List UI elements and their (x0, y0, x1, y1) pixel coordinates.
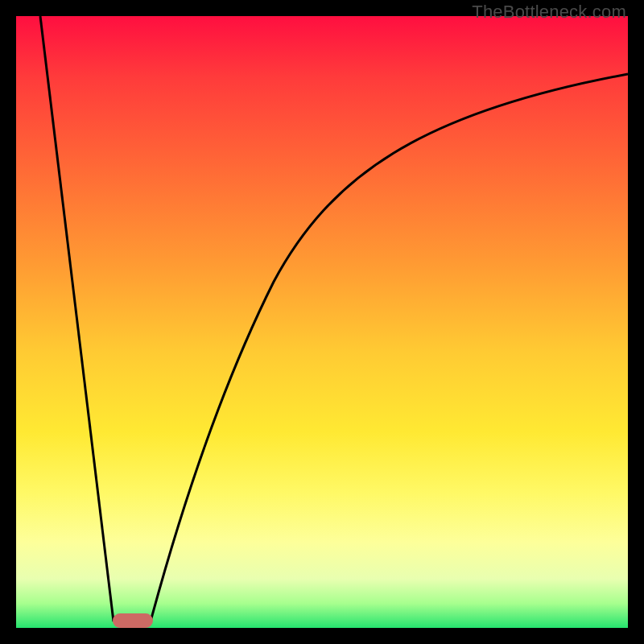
frame-bottom (0, 628, 644, 644)
plot-gradient-background (16, 16, 628, 628)
frame-right (628, 0, 644, 644)
attribution-text: TheBottleneck.com (472, 2, 626, 23)
optimal-range-marker (113, 613, 153, 628)
curve-right-segment (151, 74, 628, 621)
curve-left-segment (40, 16, 114, 621)
bottleneck-chart: TheBottleneck.com (0, 0, 644, 644)
bottleneck-curve (16, 16, 628, 628)
frame-left (0, 0, 16, 644)
